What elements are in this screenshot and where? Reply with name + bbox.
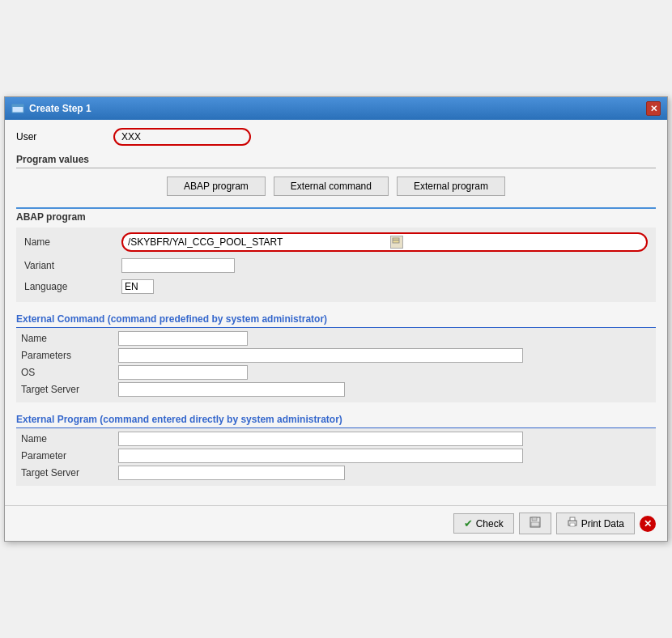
external-command-rows: Name Parameters OS Target Server [16, 328, 656, 402]
ext-cmd-target-server-input[interactable] [118, 382, 345, 397]
svg-rect-5 [532, 517, 537, 521]
abap-language-label: Language [24, 281, 121, 292]
svg-rect-3 [393, 240, 399, 240]
abap-program-section: ABAP program Name [16, 207, 656, 302]
abap-variant-label: Variant [24, 260, 121, 271]
abap-program-button[interactable]: ABAP program [167, 177, 266, 196]
abap-variant-row: Variant [21, 257, 651, 274]
footer-close-button[interactable]: ✕ [640, 516, 656, 532]
external-program-header: External Program (command entered direct… [16, 414, 656, 428]
program-values-header: Program values [16, 154, 656, 168]
abap-language-input[interactable] [121, 279, 154, 294]
ext-prog-target-server-row: Target Server [21, 466, 651, 480]
user-field-wrapper [113, 128, 251, 146]
print-label: Print Data [581, 518, 624, 530]
abap-name-label: Name [24, 236, 121, 248]
external-command-section: External Command (command predefined by … [16, 313, 656, 402]
external-program-button[interactable]: External program [397, 177, 505, 196]
external-program-section: External Program (command entered direct… [16, 414, 656, 486]
ext-prog-name-row: Name [21, 432, 651, 446]
abap-name-input-wrapper [121, 232, 648, 252]
title-bar: Create Step 1 ✕ [5, 97, 667, 120]
abap-name-row: Name [21, 231, 651, 253]
ext-cmd-os-row: OS [21, 365, 651, 380]
ext-cmd-parameters-row: Parameters [21, 348, 651, 363]
ext-cmd-name-row: Name [21, 331, 651, 346]
external-command-header: External Command (command predefined by … [16, 313, 656, 328]
close-button[interactable]: ✕ [646, 101, 661, 116]
window-title: Create Step 1 [29, 103, 91, 114]
ext-cmd-name-label: Name [21, 333, 118, 344]
ext-cmd-name-input[interactable] [118, 331, 248, 346]
user-label: User [16, 131, 113, 142]
abap-variant-input[interactable] [121, 258, 235, 273]
ext-prog-name-label: Name [21, 433, 118, 444]
svg-rect-1 [12, 104, 23, 107]
title-bar-left: Create Step 1 [11, 102, 91, 115]
ext-prog-name-input[interactable] [118, 432, 523, 446]
abap-language-row: Language [21, 278, 651, 296]
check-icon: ✔ [464, 517, 473, 530]
ext-cmd-target-server-label: Target Server [21, 384, 118, 395]
save-icon [530, 517, 541, 530]
svg-rect-8 [570, 517, 575, 521]
ext-cmd-os-label: OS [21, 367, 118, 378]
content-area: User Program values ABAP program Externa… [5, 120, 667, 505]
user-row: User [16, 128, 656, 146]
abap-name-input[interactable] [128, 236, 387, 248]
ext-prog-parameter-row: Parameter [21, 449, 651, 463]
ext-cmd-target-server-row: Target Server [21, 382, 651, 397]
printer-icon [567, 517, 578, 530]
ext-cmd-os-input[interactable] [118, 365, 248, 380]
svg-rect-6 [531, 522, 539, 526]
print-button[interactable]: Print Data [556, 513, 635, 534]
external-program-rows: Name Parameter Target Server [16, 428, 656, 486]
ext-prog-parameter-label: Parameter [21, 450, 118, 461]
abap-program-rows: Name Variant [16, 228, 656, 302]
ext-prog-parameter-input[interactable] [118, 449, 523, 463]
check-label: Check [476, 518, 504, 530]
abap-program-title: ABAP program [16, 209, 656, 228]
program-buttons: ABAP program External command External p… [16, 177, 656, 196]
footer: ✔ Check Print Data ✕ [5, 505, 667, 541]
svg-rect-9 [570, 523, 575, 526]
ext-prog-target-server-label: Target Server [21, 467, 118, 478]
ext-cmd-parameters-input[interactable] [118, 348, 523, 363]
main-window: Create Step 1 ✕ User Program values ABAP… [4, 96, 668, 542]
save-button[interactable] [519, 513, 551, 534]
ext-prog-target-server-input[interactable] [118, 466, 345, 480]
external-command-button[interactable]: External command [274, 177, 389, 196]
window-icon [11, 102, 24, 115]
check-button[interactable]: ✔ Check [453, 513, 514, 534]
user-input[interactable] [121, 131, 243, 142]
abap-name-search-button[interactable] [390, 236, 403, 249]
ext-cmd-parameters-label: Parameters [21, 350, 118, 361]
